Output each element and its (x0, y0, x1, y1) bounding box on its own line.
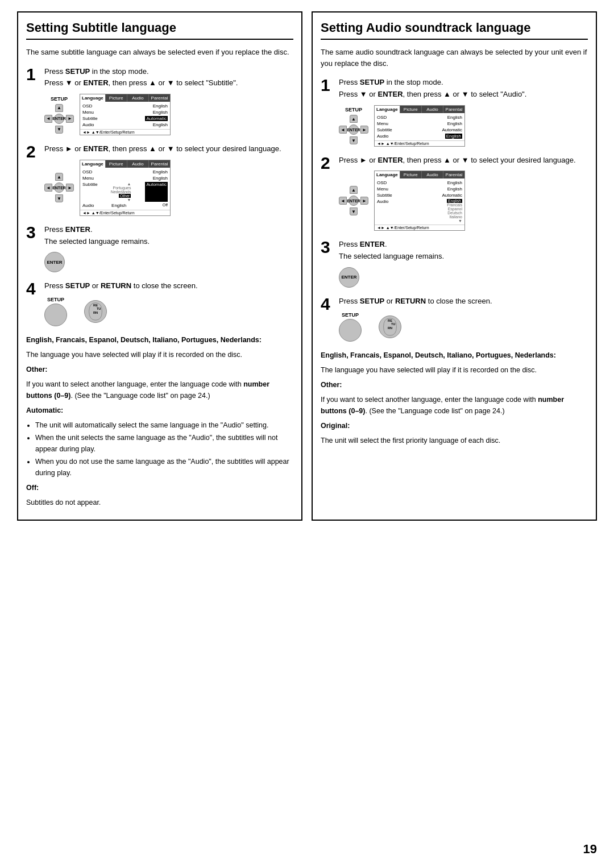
r-menu-row-audio: AudioEnglish (375, 133, 464, 139)
left-title: Setting Subtitle language (26, 20, 293, 40)
r-menu-row-osd: OSDEnglish (375, 114, 464, 121)
r-tab-picture: Picture (400, 106, 422, 113)
right-column: Setting Audio soundtrack language The sa… (312, 11, 597, 521)
left-step2: 2 Press ► or ENTER, then press ▲ or ▼ to… (26, 143, 293, 216)
right-step3-text: Press ENTER. The selected language remai… (339, 239, 588, 263)
right-step3-content: Press ENTER. The selected language remai… (339, 239, 588, 288)
r-tab2-audio: Audio (422, 171, 443, 178)
r-setup-btn-wrap: SETUP (339, 312, 362, 342)
menu2-row-subtitle: Subtitle ▲PortuguesNederlandsOther▼ Auto… (80, 181, 170, 202)
right-step1-text: Press SETUP in the stop mode. Press ▼ or… (339, 77, 588, 101)
menu-row-osd: OSDEnglish (80, 103, 170, 109)
tab2-parental: Parental (149, 160, 170, 168)
dpad-down: ▼ (55, 126, 63, 134)
right-step2-number: 2 (321, 155, 333, 172)
r-dpad-right: ► (360, 126, 368, 134)
r-dpad-left: ◄ (339, 126, 347, 134)
dpad-right2: ► (66, 184, 74, 192)
left-notes-off-label: Off: (26, 482, 293, 493)
right-step2-text: Press ► or ENTER, then press ▲ or ▼ to s… (339, 155, 588, 167)
right-step2-remote: ▲ ENTER ▼ ◄ ► (339, 186, 368, 215)
svg-text:RE: RE (388, 318, 392, 322)
enter-button: ENTER (44, 252, 65, 272)
setup-btn-wrap: SETUP (44, 297, 67, 326)
tab-picture: Picture (106, 94, 127, 102)
right-step1-number: 1 (321, 77, 333, 94)
setup-label: SETUP (47, 297, 64, 302)
r-tab2-language: Language (375, 171, 400, 178)
r-tab2-picture: Picture (400, 171, 422, 178)
setup-button (44, 304, 67, 326)
left-notes: English, Francais, Espanol, Deutsch, Ita… (26, 334, 293, 508)
left-step4: 4 Press SETUP or RETURN to close the scr… (26, 280, 293, 326)
svg-text:TU: TU (391, 322, 396, 326)
tab-audio: Audio (127, 94, 149, 102)
right-step1-menu: Language Picture Audio Parental OSDEngli… (374, 105, 465, 147)
r-return-button: RE TU RN (379, 315, 401, 338)
right-step4-text: Press SETUP or RETURN to close the scree… (339, 296, 588, 308)
r-menu-body: OSDEnglish MenuEnglish SubtitleAutomatic… (375, 113, 464, 140)
r-menu-nav: ◄► ▲▼/Enter/Setup/Return (375, 140, 464, 146)
left-column: Setting Subtitle language The same subti… (17, 11, 302, 521)
tab2-audio: Audio (127, 160, 149, 168)
r-tab-language: Language (375, 106, 400, 113)
left-step1-osd: SETUP ▲ ENTER ▼ ◄ ► Language Picture (44, 94, 293, 135)
left-notes-text1: The language you have selected will play… (26, 349, 293, 360)
r-dpad-down2: ▼ (350, 207, 358, 215)
r-dpad-right2: ► (360, 197, 368, 205)
tab-language: Language (80, 94, 106, 102)
menu-nav: ◄► ▲▼/Enter/Setup/Return (80, 129, 170, 135)
left-notes-off-text: Subtitles do not appear. (26, 497, 293, 508)
left-step3: 3 Press ENTER. The selected language rem… (26, 224, 293, 273)
right-notes-original-label: Original: (321, 420, 588, 431)
enter-btn: ENTER (54, 114, 64, 124)
menu-body: OSDEnglish MenuEnglish SubtitleAutomatic… (80, 102, 170, 129)
auto-item-2: When the unit selects the same language … (35, 432, 293, 455)
menu2-row-audio: AudioEnglish Off (80, 202, 170, 209)
right-title: Setting Audio soundtrack language (321, 20, 588, 40)
right-notes-text1: The language you have selected will play… (321, 364, 588, 376)
r-setup-label: SETUP (342, 312, 359, 318)
menu-row-menu: MenuEnglish (80, 109, 170, 115)
left-step1-dpad: ▲ ENTER ▼ ◄ ► (44, 104, 74, 134)
left-notes-auto-list: The unit will automatically select the s… (26, 420, 293, 479)
menu2-nav: ◄► ▲▼/Enter/Setup/Return (80, 210, 170, 215)
r-tab-audio: Audio (422, 106, 443, 113)
right-step1-content: Press SETUP in the stop mode. Press ▼ or… (339, 77, 588, 147)
auto-item-3: When you do not use the same language as… (35, 456, 293, 479)
left-step1-text: Press SETUP in the stop mode. Press ▼ or… (44, 66, 293, 90)
menu-row-subtitle: SubtitleAutomatic (80, 115, 170, 122)
right-notes-other-label: Other: (321, 379, 588, 391)
right-step1: 1 Press SETUP in the stop mode. Press ▼ … (321, 77, 588, 147)
right-step3: 3 Press ENTER. The selected language rem… (321, 239, 588, 288)
left-step1: 1 Press SETUP in the stop mode. Press ▼ … (26, 66, 293, 136)
menu2-row-osd: OSDEnglish (80, 169, 170, 175)
left-step1-number: 1 (26, 66, 39, 83)
tab2-picture: Picture (106, 160, 127, 168)
dpad-left2: ◄ (44, 184, 52, 192)
left-notes-other-text: If you want to select another language, … (26, 379, 293, 401)
r-dpad-up: ▲ (350, 115, 358, 123)
right-step4-buttons: SETUP RE TU RN (339, 312, 588, 342)
r-enter-button: ENTER (339, 267, 359, 288)
left-step3-content: Press ENTER. The selected language remai… (44, 224, 293, 273)
left-notes-auto-label: Automatic: (26, 405, 293, 416)
auto-item-1: The unit will automatically select the s… (35, 420, 293, 431)
left-step1-remote: SETUP ▲ ENTER ▼ ◄ ► (44, 96, 74, 134)
r-return-btn-wrap: RE TU RN (379, 315, 401, 338)
menu2-body: OSDEnglish MenuEnglish Subtitle ▲Portugu… (80, 168, 170, 210)
page-number: 19 (583, 842, 597, 857)
dpad-up2: ▲ (55, 173, 63, 181)
right-step3-number: 3 (321, 239, 333, 256)
right-step1-remote: SETUP ▲ ENTER ▼ ◄ ► (339, 107, 368, 144)
left-step4-number: 4 (26, 280, 39, 297)
right-step4-number: 4 (321, 296, 333, 313)
svg-text:RN: RN (388, 326, 392, 330)
svg-text:RN: RN (93, 311, 98, 314)
dpad-right: ► (66, 115, 74, 123)
right-step1-osd: SETUP ▲ ENTER ▼ ◄ ► Language Picture (339, 105, 588, 147)
left-notes-bold: English, Francais, Espanol, Deutsch, Ita… (26, 334, 293, 346)
r-menu-row-menu: MenuEnglish (375, 121, 464, 127)
right-notes-bold: English, Francais, Espanol, Deutsch, Ita… (321, 350, 588, 361)
menu2-row-menu: MenuEnglish (80, 175, 170, 181)
